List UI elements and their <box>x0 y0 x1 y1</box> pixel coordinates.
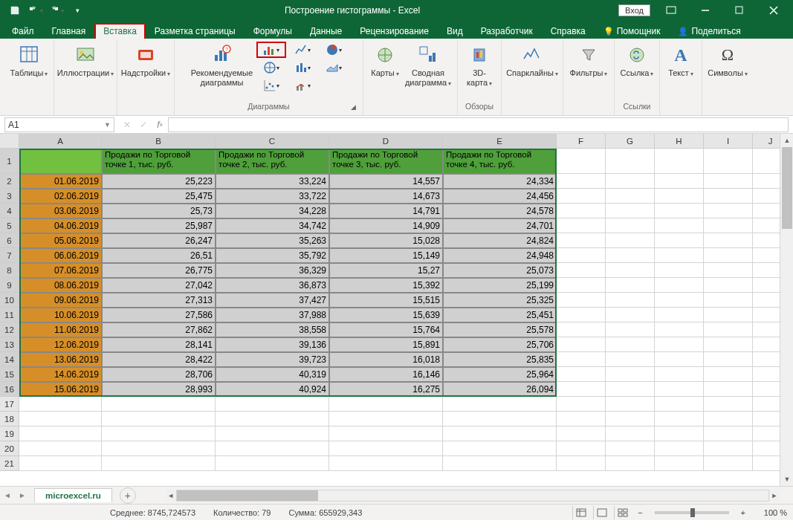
cell[interactable]: 28,422 <box>102 352 216 367</box>
cell[interactable] <box>606 293 655 308</box>
cell[interactable]: Продажи по Торговой точке 1, тыс. руб. <box>102 149 216 174</box>
row-header-16[interactable]: 16 <box>0 382 19 397</box>
cell[interactable] <box>557 248 606 263</box>
cell[interactable]: 11.06.2019 <box>19 322 102 337</box>
cell[interactable]: 15,639 <box>329 308 443 322</box>
cell[interactable] <box>655 337 704 352</box>
cell[interactable]: 40,924 <box>216 382 329 397</box>
pivot-chart-button[interactable]: Сводная диаграмма <box>404 42 453 89</box>
formula-bar[interactable] <box>168 117 789 132</box>
horizontal-scrollbar[interactable]: ◄ ► <box>166 490 780 502</box>
col-header-G[interactable]: G <box>606 134 655 149</box>
cell[interactable] <box>704 308 753 322</box>
cell[interactable]: 40,319 <box>216 367 329 382</box>
cell[interactable] <box>606 367 655 382</box>
cell[interactable] <box>216 397 329 412</box>
row-header-21[interactable]: 21 <box>0 456 19 471</box>
tab-справка[interactable]: Справка <box>542 23 595 39</box>
scroll-down-icon[interactable]: ▼ <box>780 473 793 486</box>
cell[interactable] <box>655 352 704 367</box>
cell[interactable] <box>655 204 704 218</box>
cell[interactable] <box>606 149 655 174</box>
cell[interactable] <box>19 426 102 441</box>
cell[interactable] <box>655 233 704 248</box>
illustrations-button[interactable]: Иллюстрации <box>59 42 112 80</box>
cell[interactable]: 36,329 <box>216 263 329 278</box>
cell[interactable]: 28,993 <box>102 382 216 397</box>
cell[interactable]: 25,835 <box>443 352 557 367</box>
cell[interactable] <box>655 174 704 189</box>
cell[interactable] <box>557 149 606 174</box>
cell[interactable]: 15,515 <box>329 293 443 308</box>
cell[interactable] <box>655 149 704 174</box>
cell[interactable]: 09.06.2019 <box>19 293 102 308</box>
sheet-tab[interactable]: microexcel.ru <box>34 488 112 502</box>
cell[interactable] <box>606 382 655 397</box>
cell[interactable] <box>655 456 704 471</box>
cell[interactable] <box>443 456 557 471</box>
cell[interactable]: 39,136 <box>216 337 329 352</box>
row-header-5[interactable]: 5 <box>0 218 19 233</box>
cell[interactable]: 26,094 <box>443 382 557 397</box>
row-header-2[interactable]: 2 <box>0 174 19 189</box>
cell[interactable]: 12.06.2019 <box>19 337 102 352</box>
cell[interactable] <box>329 426 443 441</box>
tab-поделиться[interactable]: 👤Поделиться <box>669 23 749 39</box>
redo-button[interactable] <box>48 1 65 19</box>
cell[interactable]: 04.06.2019 <box>19 218 102 233</box>
cell[interactable] <box>329 441 443 456</box>
cell[interactable] <box>655 278 704 293</box>
cell[interactable] <box>704 174 753 189</box>
row-header-17[interactable]: 17 <box>0 397 19 412</box>
cell[interactable] <box>704 248 753 263</box>
cell[interactable] <box>557 337 606 352</box>
cell[interactable] <box>704 337 753 352</box>
cell[interactable] <box>329 412 443 426</box>
cell[interactable] <box>704 441 753 456</box>
cell[interactable] <box>557 426 606 441</box>
charts-dialog-launcher[interactable]: ◢ <box>351 103 360 112</box>
cell[interactable] <box>704 426 753 441</box>
cell[interactable]: 24,334 <box>443 174 557 189</box>
cell[interactable] <box>606 412 655 426</box>
cell[interactable] <box>655 322 704 337</box>
cell[interactable] <box>443 412 557 426</box>
cell[interactable] <box>655 412 704 426</box>
view-page-break-icon[interactable] <box>614 506 630 519</box>
cell[interactable]: 02.06.2019 <box>19 189 102 204</box>
cell[interactable] <box>655 263 704 278</box>
cell[interactable]: 24,578 <box>443 204 557 218</box>
cell[interactable] <box>704 278 753 293</box>
cell[interactable] <box>704 218 753 233</box>
cell[interactable] <box>606 441 655 456</box>
cell[interactable] <box>102 412 216 426</box>
cell[interactable] <box>606 322 655 337</box>
cell[interactable] <box>606 278 655 293</box>
cell[interactable] <box>704 293 753 308</box>
cell[interactable] <box>557 278 606 293</box>
cell[interactable]: 28,141 <box>102 337 216 352</box>
ribbon-display-icon[interactable] <box>658 1 684 19</box>
cell[interactable] <box>655 382 704 397</box>
worksheet-grid[interactable]: ABCDEFGHIJ 12345678910111213141516171819… <box>0 134 793 486</box>
cell[interactable] <box>557 352 606 367</box>
cell[interactable] <box>655 441 704 456</box>
cell[interactable]: 16,275 <box>329 382 443 397</box>
cell[interactable] <box>329 456 443 471</box>
tab-данные[interactable]: Данные <box>301 23 351 39</box>
tab-главная[interactable]: Главная <box>43 23 95 39</box>
cell[interactable]: 14,673 <box>329 189 443 204</box>
cell[interactable] <box>216 426 329 441</box>
cell[interactable]: 33,224 <box>216 174 329 189</box>
cell[interactable] <box>606 263 655 278</box>
cell[interactable]: 25,199 <box>443 278 557 293</box>
cell[interactable] <box>102 426 216 441</box>
cell[interactable] <box>606 426 655 441</box>
statistic-chart-button[interactable]: ▾ <box>288 59 317 76</box>
cell[interactable]: 03.06.2019 <box>19 204 102 218</box>
save-icon[interactable] <box>6 1 24 19</box>
row-header-20[interactable]: 20 <box>0 441 19 456</box>
cell[interactable]: 24,701 <box>443 218 557 233</box>
cancel-icon[interactable]: ✕ <box>119 120 135 130</box>
zoom-out-button[interactable]: − <box>635 508 645 517</box>
